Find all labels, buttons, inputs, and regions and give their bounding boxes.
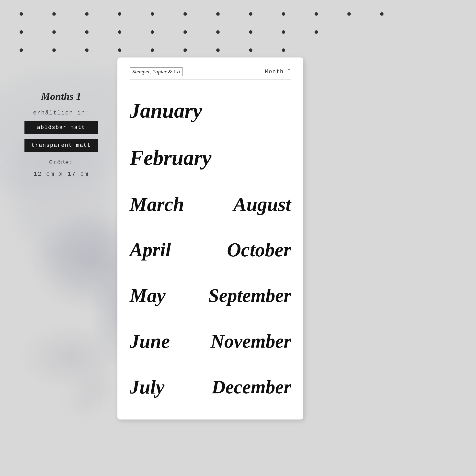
month-row-february: February: [130, 147, 291, 168]
badge-transparent[interactable]: transparent matt: [24, 139, 98, 152]
dot-row-3: [19, 49, 457, 52]
dot: [216, 49, 220, 52]
size-label: Größe:: [49, 159, 73, 166]
product-title: Months 1: [41, 90, 82, 102]
dot: [118, 12, 121, 16]
dot: [282, 30, 285, 34]
dot-row-2: [19, 30, 457, 34]
size-value: 12 cm x 17 cm: [34, 171, 89, 177]
month-february: February: [130, 147, 211, 168]
month-january: January: [130, 100, 202, 121]
dot: [184, 12, 187, 16]
month-row-may-september: May September: [130, 286, 291, 305]
month-october: October: [227, 240, 291, 259]
month-row-june-november: June November: [130, 331, 291, 351]
dot: [118, 30, 121, 34]
month-september: September: [208, 286, 291, 305]
dot: [52, 49, 56, 52]
dot: [184, 49, 187, 52]
dot: [216, 12, 220, 16]
dot: [347, 12, 351, 16]
month-row-april-october: April October: [130, 240, 291, 259]
month-april: April: [130, 240, 171, 259]
month-november: November: [211, 332, 291, 351]
dot: [85, 12, 88, 16]
dot-grid: [0, 0, 476, 52]
dot: [315, 12, 318, 16]
card-header: Stempel, Papier & Co Month I: [130, 67, 291, 80]
month-row-march-august: March August: [130, 194, 291, 214]
badge-abloesbar[interactable]: ablösbar matt: [24, 121, 98, 134]
sticker-card: Stempel, Papier & Co Month I January Feb…: [118, 57, 303, 420]
month-row-july-december: July December: [130, 377, 291, 397]
dot-row-1: [19, 12, 457, 16]
dot: [315, 30, 318, 34]
card-subtitle: Month I: [265, 69, 291, 75]
dot: [52, 30, 56, 34]
dot: [249, 12, 253, 16]
available-label: erhältlich in:: [33, 110, 89, 116]
month-may: May: [130, 286, 166, 305]
left-panel: Months 1 erhältlich in: ablösbar matt tr…: [19, 90, 103, 177]
month-row-january: January: [130, 100, 291, 121]
month-august: August: [233, 194, 291, 214]
dot: [184, 30, 187, 34]
month-july: July: [130, 377, 164, 397]
dot: [19, 49, 23, 52]
month-june: June: [130, 331, 170, 351]
dot: [151, 30, 154, 34]
brand-logo: Stempel, Papier & Co: [130, 67, 183, 76]
dot: [52, 12, 56, 16]
dot: [151, 49, 154, 52]
dot: [380, 12, 384, 16]
dot: [118, 49, 121, 52]
months-container: January February March August April Octo…: [130, 87, 291, 410]
dot: [216, 30, 220, 34]
dot: [249, 30, 253, 34]
dot: [85, 30, 88, 34]
dot: [282, 49, 285, 52]
month-march: March: [130, 194, 184, 214]
dot: [19, 12, 23, 16]
dot: [85, 49, 88, 52]
dot: [249, 49, 253, 52]
dot: [151, 12, 154, 16]
dot: [19, 30, 23, 34]
month-december: December: [212, 377, 291, 396]
dot: [282, 12, 285, 16]
